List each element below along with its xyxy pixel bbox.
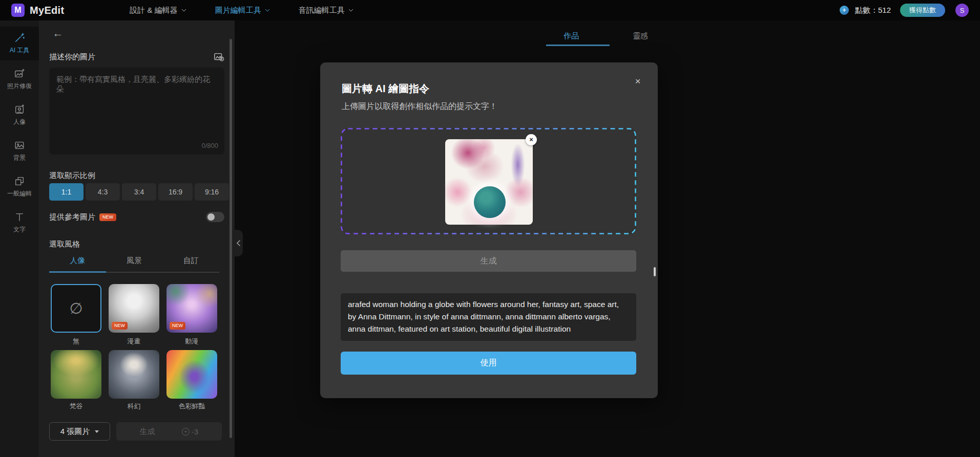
ai-image-panel: ← 描述你的圖片 0/800 選取顯示比例 1:1 4:3 3:4 16:9 9… — [39, 20, 235, 457]
upload-dropzone[interactable]: × — [341, 128, 636, 234]
layers-icon — [14, 176, 25, 187]
brand-name: MyEdit — [30, 5, 64, 16]
rail-item-background[interactable]: 背景 — [0, 134, 39, 168]
panel-controls: 4 張圖片 生成 + -3 — [49, 422, 224, 441]
generate-cost: -3 — [192, 427, 198, 436]
workspace-tab-works[interactable]: 作品 — [564, 31, 579, 41]
describe-label: 描述你的圖片 — [49, 52, 95, 62]
ratio-4-3[interactable]: 4:3 — [86, 183, 120, 201]
modal-scrollbar-thumb[interactable] — [654, 267, 656, 276]
ratio-16-9[interactable]: 16:9 — [158, 183, 193, 201]
rail-item-photo-fix[interactable]: 照片修復 — [0, 62, 39, 96]
menu-image-tools[interactable]: 圖片編輯工具 — [215, 6, 270, 15]
ratio-1-1[interactable]: 1:1 — [49, 183, 84, 201]
chevron-down-icon — [348, 9, 353, 12]
style-tab-portrait[interactable]: 人像 — [49, 256, 106, 268]
style-tabs-active-indicator — [49, 271, 106, 273]
style-section-label: 選取風格 — [49, 240, 80, 249]
new-badge: NEW — [170, 322, 185, 330]
ratio-3-4[interactable]: 3:4 — [122, 183, 156, 201]
style-tile-vangogh[interactable] — [51, 350, 101, 399]
new-badge: NEW — [99, 213, 116, 221]
workspace-tab-active-indicator — [546, 45, 610, 46]
credits-coin-icon: + — [840, 6, 849, 15]
credits-count: 點數：512 — [855, 6, 891, 15]
magic-wand-icon — [14, 32, 25, 43]
user-avatar[interactable]: S — [955, 4, 969, 17]
describe-row: 描述你的圖片 — [49, 51, 224, 62]
chevron-left-icon — [237, 240, 240, 246]
cost-group: + -3 — [182, 427, 198, 436]
modal-subtitle: 上傳圖片以取得創作相似作品的提示文字！ — [342, 101, 497, 112]
modal-title: 圖片轉 AI 繪圖指令 — [342, 82, 429, 96]
chevron-down-icon — [181, 9, 186, 12]
modal-generate-button-disabled[interactable]: 生成 — [341, 250, 636, 272]
style-label-manga: 漫畫 — [109, 337, 159, 346]
generate-button-disabled[interactable]: 生成 + -3 — [116, 422, 222, 441]
back-button[interactable]: ← — [51, 27, 65, 40]
panel-scrollbar[interactable] — [230, 39, 232, 438]
ratio-9-16[interactable]: 9:16 — [195, 183, 229, 201]
myedit-logo-icon: M — [11, 4, 25, 17]
style-label-scifi: 科幻 — [109, 402, 159, 411]
rail-item-portrait[interactable]: 人像 — [0, 98, 39, 132]
rail-item-ai-tools[interactable]: AI 工具 — [0, 27, 39, 60]
chevron-down-icon — [265, 9, 270, 12]
background-image-icon — [14, 140, 25, 151]
uploaded-image-preview: × — [445, 139, 533, 225]
image-count-dropdown[interactable]: 4 張圖片 — [49, 422, 110, 441]
get-credits-button[interactable]: 獲得點數 — [900, 4, 945, 17]
toggle-knob — [207, 213, 215, 221]
generated-prompt-text: arafed woman holding a globe with flower… — [341, 293, 636, 341]
style-label-vangogh: 梵谷 — [51, 402, 101, 411]
style-tile-scifi[interactable] — [109, 350, 159, 399]
style-tile-none[interactable]: ∅ — [51, 284, 101, 333]
style-tab-custom[interactable]: 自訂 — [162, 256, 219, 268]
prompt-input-wrap: 0/800 — [49, 68, 224, 155]
caret-down-icon — [95, 430, 99, 433]
text-tool-icon — [14, 211, 25, 223]
style-tile-manga[interactable]: NEW — [109, 284, 159, 333]
main-menu: 設計 & 編輯器 圖片編輯工具 音訊編輯工具 — [130, 6, 353, 15]
style-label-anime: 動漫 — [166, 337, 217, 346]
new-badge: NEW — [112, 322, 128, 330]
image-to-prompt-icon[interactable] — [213, 51, 224, 62]
menu-design-editor[interactable]: 設計 & 編輯器 — [130, 6, 186, 15]
coin-icon: + — [182, 428, 190, 436]
photo-enhance-icon — [14, 68, 25, 79]
style-tile-anime[interactable]: NEW — [166, 284, 217, 333]
style-label-vivid: 色彩鮮豔 — [166, 402, 217, 411]
globe-art — [474, 186, 506, 218]
style-tile-vivid[interactable] — [166, 350, 217, 399]
reference-image-toggle[interactable] — [206, 212, 224, 222]
portrait-icon — [14, 104, 25, 115]
use-prompt-button[interactable]: 使用 — [341, 352, 636, 375]
panel-collapse-handle[interactable] — [234, 230, 243, 256]
navbar-right: + 點數：512 獲得點數 S — [840, 4, 969, 17]
ratio-row: 1:1 4:3 3:4 16:9 9:16 — [49, 183, 229, 201]
tool-rail: AI 工具 照片修復 人像 背景 一般編輯 文字 — [0, 20, 39, 457]
top-navbar: M MyEdit 設計 & 編輯器 圖片編輯工具 音訊編輯工具 + 點數：512… — [0, 0, 980, 20]
myedit-logo[interactable]: M MyEdit — [11, 4, 64, 17]
ratio-section-label: 選取顯示比例 — [49, 171, 95, 181]
reference-image-label: 提供參考圖片 — [49, 212, 95, 222]
rail-item-general-edit[interactable]: 一般編輯 — [0, 170, 39, 204]
style-grid: ∅ NEW NEW 無 漫畫 動漫 梵谷 科幻 色彩鮮豔 — [51, 284, 217, 414]
style-label-none: 無 — [51, 337, 101, 346]
char-counter: 0/800 — [201, 142, 218, 149]
image-to-prompt-modal: 圖片轉 AI 繪圖指令 上傳圖片以取得創作相似作品的提示文字！ × × 生成 a… — [320, 62, 658, 398]
rail-item-text[interactable]: 文字 — [0, 206, 39, 240]
workspace-tab-inspiration[interactable]: 靈感 — [633, 31, 648, 41]
close-icon[interactable]: × — [632, 76, 643, 87]
remove-image-button[interactable]: × — [526, 134, 537, 145]
style-tab-landscape[interactable]: 風景 — [106, 256, 163, 268]
menu-audio-tools[interactable]: 音訊編輯工具 — [299, 6, 353, 15]
reference-image-row: 提供參考圖片 NEW — [49, 212, 224, 222]
prompt-input[interactable] — [49, 68, 224, 155]
none-icon: ∅ — [52, 285, 100, 332]
style-tabs: 人像 風景 自訂 — [49, 256, 219, 268]
